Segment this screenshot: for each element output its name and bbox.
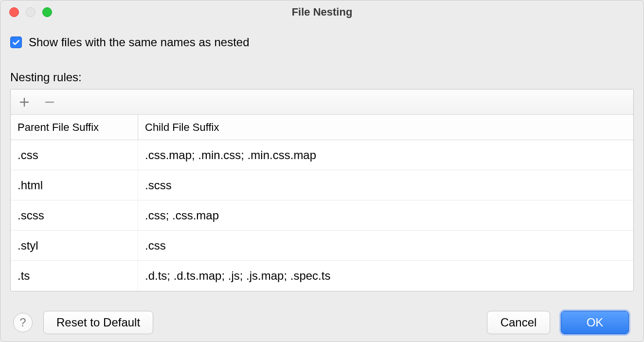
plus-icon — [19, 97, 29, 107]
dialog-window: File Nesting Show files with the same na… — [0, 0, 644, 342]
cell-child-suffix[interactable]: .css; .css.map — [138, 200, 633, 230]
cell-child-suffix[interactable]: .scss — [138, 170, 633, 200]
header-child-suffix[interactable]: Child File Suffix — [138, 115, 633, 140]
cell-parent-suffix[interactable]: .ts — [11, 261, 138, 291]
rules-toolbar — [11, 90, 633, 115]
table-row[interactable]: .ts.d.ts; .d.ts.map; .js; .js.map; .spec… — [11, 261, 633, 291]
cell-parent-suffix[interactable]: .styl — [11, 231, 138, 260]
table-row[interactable]: .scss.css; .css.map — [11, 200, 633, 231]
show-nested-checkbox-row[interactable]: Show files with the same names as nested — [10, 36, 634, 49]
header-parent-suffix[interactable]: Parent File Suffix — [11, 115, 138, 140]
help-button[interactable]: ? — [13, 313, 33, 332]
dialog-footer: ? Reset to Default Cancel OK — [0, 304, 644, 342]
table-row[interactable]: .styl.css — [11, 231, 633, 261]
nesting-rules-label: Nesting rules: — [10, 71, 634, 84]
cell-child-suffix[interactable]: .d.ts; .d.ts.map; .js; .js.map; .spec.ts — [138, 261, 633, 291]
content-area: Show files with the same names as nested… — [0, 24, 644, 291]
zoom-icon[interactable] — [42, 7, 52, 17]
check-icon — [12, 38, 20, 47]
cell-parent-suffix[interactable]: .html — [11, 170, 138, 200]
minus-icon — [45, 97, 54, 107]
title-bar: File Nesting — [0, 0, 644, 24]
show-nested-label: Show files with the same names as nested — [29, 36, 250, 49]
show-nested-checkbox[interactable] — [10, 36, 22, 48]
close-icon[interactable] — [9, 7, 19, 17]
traffic-lights — [9, 7, 52, 17]
rules-panel: Parent File Suffix Child File Suffix .cs… — [10, 89, 634, 291]
cell-parent-suffix[interactable]: .css — [11, 140, 138, 170]
reset-button[interactable]: Reset to Default — [43, 311, 153, 334]
cell-child-suffix[interactable]: .css — [138, 231, 633, 260]
minimize-icon[interactable] — [26, 7, 36, 17]
rules-body: .css.css.map; .min.css; .min.css.map.htm… — [11, 140, 633, 291]
cell-child-suffix[interactable]: .css.map; .min.css; .min.css.map — [138, 140, 633, 170]
table-header-row: Parent File Suffix Child File Suffix — [11, 115, 633, 140]
table-row[interactable]: .html.scss — [11, 170, 633, 200]
remove-rule-button[interactable] — [44, 96, 55, 108]
window-title: File Nesting — [0, 6, 644, 18]
cell-parent-suffix[interactable]: .scss — [11, 200, 138, 230]
add-rule-button[interactable] — [18, 96, 30, 108]
table-row[interactable]: .css.css.map; .min.css; .min.css.map — [11, 140, 633, 170]
cancel-button[interactable]: Cancel — [487, 311, 550, 334]
question-icon: ? — [19, 316, 26, 329]
ok-button[interactable]: OK — [561, 311, 629, 334]
